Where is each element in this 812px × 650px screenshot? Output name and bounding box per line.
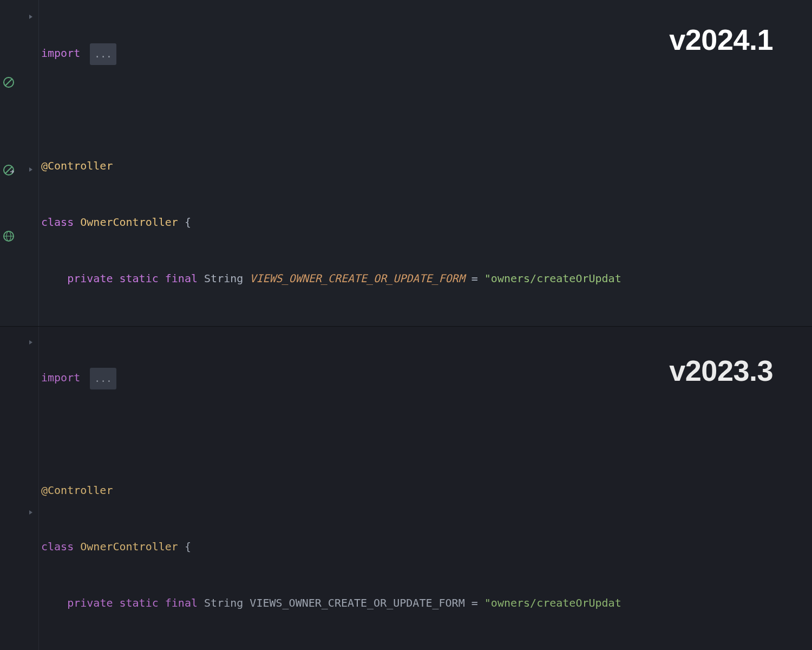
fold-toggle-ctor[interactable] xyxy=(26,165,36,174)
svg-line-3 xyxy=(5,167,12,173)
kw-class: class xyxy=(41,216,74,229)
field-mods: private static final xyxy=(67,272,198,285)
fold-ellipsis-b[interactable]: ... xyxy=(90,368,116,389)
kw-import-b: import xyxy=(41,371,80,384)
fold-toggle-ctor-b[interactable] xyxy=(26,508,36,517)
kw-import: import xyxy=(41,47,80,60)
web-endpoint-icon[interactable] xyxy=(2,230,15,243)
version-label-top: v2024.1 xyxy=(669,16,773,63)
annotation-controller: @Controller xyxy=(41,159,113,172)
annotation-controller-b: @Controller xyxy=(41,484,113,497)
version-label-bottom: v2023.3 xyxy=(669,347,773,394)
gutter-top xyxy=(0,0,39,326)
const-form: VIEWS_OWNER_CREATE_OR_UPDATE_FORM xyxy=(250,272,464,285)
inspection-icon[interactable] xyxy=(2,76,15,89)
fold-toggle-import[interactable] xyxy=(26,12,36,22)
classname: OwnerController xyxy=(80,216,178,229)
gutter-bottom xyxy=(0,327,39,650)
fold-toggle-import-b[interactable] xyxy=(26,337,36,347)
run-icon[interactable] xyxy=(2,164,15,177)
str-form: "owners/createOrUpdat xyxy=(484,272,621,285)
editor-pane-2023: v2023.3 import ... @Controller class Own… xyxy=(0,326,812,650)
editor-pane-2024: v2024.1 import ... @Controller class Own… xyxy=(0,0,812,326)
fold-ellipsis[interactable]: ... xyxy=(90,43,116,65)
svg-line-1 xyxy=(5,79,12,86)
